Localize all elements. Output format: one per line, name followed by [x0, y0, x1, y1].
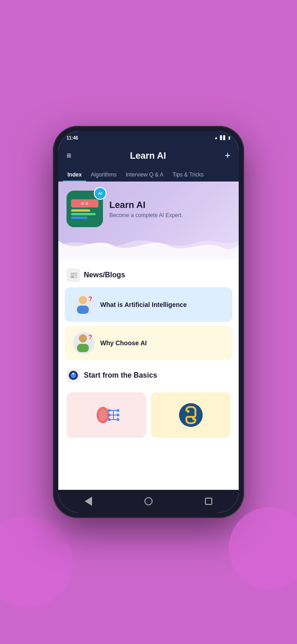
svg-text:?: ?	[88, 333, 92, 341]
tab-algorithms[interactable]: Algorithms	[86, 167, 121, 182]
svg-point-19	[117, 414, 119, 416]
status-icons: ▲ ▋▋ ▮	[214, 135, 230, 140]
wifi-icon: ▲	[214, 135, 218, 140]
nav-bar	[58, 490, 239, 513]
status-bar: 11:46 ▲ ▋▋ ▮	[58, 131, 239, 144]
svg-point-23	[192, 417, 195, 420]
svg-rect-4	[77, 344, 89, 352]
basics-section-icon	[67, 369, 80, 382]
hero-icon-wrapper: < > AI	[67, 191, 103, 227]
svg-point-20	[117, 418, 119, 421]
basics-card-brain[interactable]	[67, 392, 146, 438]
phone-screen: 11:46 ▲ ▋▋ ▮ ≡ Learn AI + Index Algorith…	[58, 131, 239, 513]
svg-point-3	[79, 334, 87, 343]
svg-point-15	[108, 409, 111, 412]
wave-divider	[58, 236, 239, 259]
news-item-2[interactable]: ? Why Choose AI	[65, 326, 232, 360]
app-bar: ≡ Learn AI +	[58, 144, 239, 167]
content-area: 📰 News/Blogs ? What is Artificial Intell…	[58, 259, 239, 490]
news-section-icon: 📰	[67, 268, 80, 282]
nav-recent-button[interactable]	[200, 493, 217, 509]
hero-lines	[71, 209, 98, 219]
hero-line-green	[71, 213, 96, 215]
svg-point-18	[117, 409, 119, 412]
hero-line-yellow	[71, 209, 90, 212]
back-icon	[85, 497, 92, 506]
hero-title: Learn AI	[109, 200, 183, 210]
svg-point-0	[79, 296, 87, 304]
hero-subtitle: Become a complete AI Expert.	[109, 212, 183, 218]
battery-icon: ▮	[228, 135, 230, 140]
tab-bar: Index Algorithms Interview Q & A Tips & …	[58, 167, 239, 182]
svg-point-22	[187, 410, 189, 413]
basics-card-python[interactable]	[151, 392, 230, 438]
add-icon[interactable]: +	[225, 150, 230, 161]
news-avatar-2: ?	[73, 332, 95, 354]
code-symbol: < >	[81, 201, 88, 206]
tab-tips[interactable]: Tips & Tricks	[168, 167, 208, 182]
hamburger-icon[interactable]: ≡	[67, 151, 72, 161]
phone-device: 11:46 ▲ ▋▋ ▮ ≡ Learn AI + Index Algorith…	[53, 126, 244, 518]
nav-home-button[interactable]	[140, 493, 157, 509]
svg-point-10	[99, 409, 107, 421]
basics-section-header: Start from the Basics	[58, 364, 239, 388]
basics-cards	[58, 388, 239, 442]
nav-back-button[interactable]	[80, 493, 97, 509]
svg-rect-1	[77, 306, 89, 314]
tab-index[interactable]: Index	[63, 167, 86, 182]
tab-interview[interactable]: Interview Q & A	[121, 167, 168, 182]
news-item-1-title: What is Artificial Intelligence	[100, 301, 187, 308]
status-time: 11:46	[67, 135, 78, 140]
svg-point-16	[108, 414, 111, 416]
news-item-1[interactable]: ? What is Artificial Intelligence	[65, 287, 232, 322]
news-avatar-1: ?	[73, 294, 95, 316]
app-title: Learn AI	[130, 151, 166, 161]
hero-text: Learn AI Become a complete AI Expert.	[109, 200, 183, 218]
news-section-header: 📰 News/Blogs	[58, 264, 239, 287]
home-icon	[144, 497, 153, 505]
ai-badge: AI	[94, 187, 107, 200]
hero-line-blue	[71, 217, 87, 219]
news-section-title: News/Blogs	[84, 271, 125, 279]
svg-point-17	[108, 418, 111, 421]
news-item-2-title: Why Choose AI	[100, 339, 147, 347]
svg-point-8	[72, 373, 74, 374]
hero-card-top: < >	[71, 199, 98, 208]
signal-icon: ▋▋	[220, 135, 226, 140]
svg-text:?: ?	[88, 295, 92, 302]
basics-section-title: Start from the Basics	[84, 371, 157, 379]
recent-icon	[205, 498, 212, 505]
